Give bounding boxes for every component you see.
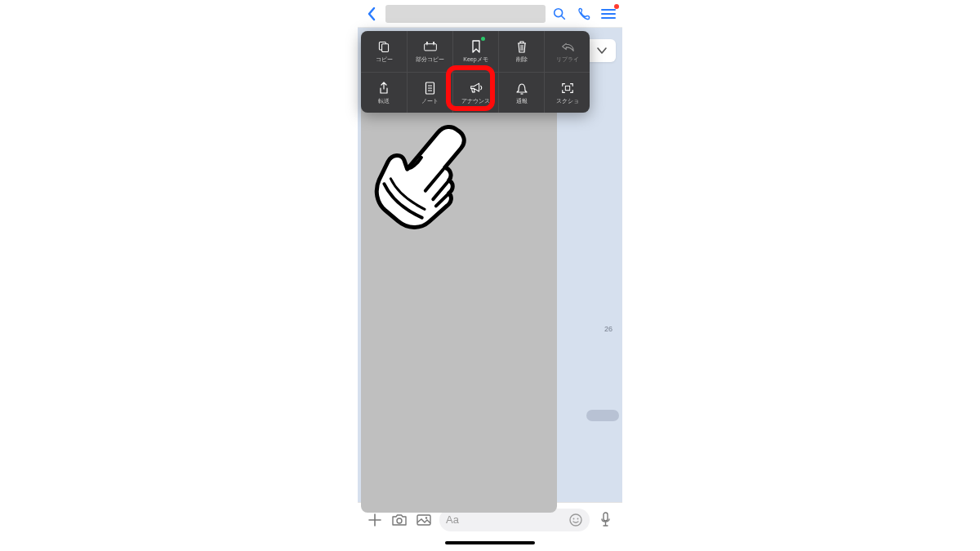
- svg-line-1: [562, 16, 565, 19]
- svg-point-28: [570, 514, 581, 526]
- svg-point-11: [433, 42, 434, 43]
- menu-announce[interactable]: アナウンス: [452, 73, 498, 113]
- menu-row-1: コピー 部分コピー Keepメモ: [361, 31, 590, 72]
- share-icon: [378, 81, 390, 96]
- menu-copy[interactable]: コピー: [361, 31, 407, 72]
- read-indicator-stub: [586, 410, 619, 421]
- camera-icon[interactable]: [390, 511, 408, 529]
- menu-keep-memo-label: Keepメモ: [463, 56, 488, 64]
- menu-partial-copy-label: 部分コピー: [416, 56, 444, 64]
- plus-icon[interactable]: [366, 511, 384, 529]
- chat-body: 26 コピー 部分コピー: [358, 28, 622, 502]
- menu-note-label: ノート: [421, 97, 439, 105]
- menu-note[interactable]: ノート: [407, 73, 452, 113]
- menu-reply-label: リプライ: [556, 56, 579, 64]
- svg-rect-19: [565, 86, 569, 90]
- reply-icon: [560, 39, 575, 54]
- svg-point-0: [555, 8, 563, 16]
- menu-partial-copy[interactable]: 部分コピー: [407, 31, 452, 72]
- svg-point-29: [573, 518, 575, 519]
- megaphone-icon: [469, 81, 483, 96]
- menu-keep-memo[interactable]: Keepメモ: [452, 31, 498, 72]
- menu-delete[interactable]: 削除: [498, 31, 544, 72]
- chat-header: [358, 0, 622, 28]
- svg-point-30: [577, 518, 579, 519]
- message-context-menu: コピー 部分コピー Keepメモ: [361, 31, 590, 113]
- menu-delete-label: 削除: [516, 56, 528, 64]
- keep-badge-dot: [481, 37, 485, 41]
- notification-dot-icon: [614, 4, 619, 9]
- search-icon[interactable]: [550, 5, 568, 23]
- trash-icon: [516, 39, 528, 54]
- svg-point-9: [425, 42, 427, 43]
- pointing-hand-icon: [374, 109, 472, 232]
- bookmark-icon: [471, 39, 481, 54]
- svg-rect-6: [382, 44, 389, 52]
- phone-frame: 26 コピー 部分コピー: [358, 0, 622, 551]
- svg-rect-26: [417, 515, 430, 525]
- svg-rect-7: [424, 44, 436, 51]
- menu-forward[interactable]: 転送: [361, 73, 407, 113]
- svg-point-27: [425, 517, 427, 518]
- screenshot-icon: [561, 81, 574, 96]
- message-timestamp: 26: [604, 325, 612, 333]
- menu-row-2: 転送 ノート アナウンス: [361, 72, 590, 113]
- chevron-down-icon: [596, 47, 608, 55]
- menu-report-label: 通報: [516, 97, 528, 105]
- menu-report[interactable]: 通報: [498, 73, 544, 113]
- alert-icon: [516, 81, 528, 96]
- back-button[interactable]: [363, 7, 381, 21]
- svg-point-25: [397, 518, 402, 523]
- menu-forward-label: 転送: [378, 97, 390, 105]
- hamburger-icon[interactable]: [599, 5, 617, 23]
- menu-screenshot-label: スクショ: [556, 97, 579, 105]
- menu-reply[interactable]: リプライ: [544, 31, 590, 72]
- emoji-icon[interactable]: [568, 513, 583, 527]
- menu-announce-label: アナウンス: [461, 97, 490, 105]
- header-icons: [550, 5, 617, 23]
- phone-icon[interactable]: [575, 5, 593, 23]
- input-placeholder: Aa: [446, 513, 459, 526]
- chat-title-redacted: [385, 5, 546, 23]
- home-indicator: [358, 536, 622, 551]
- svg-rect-31: [604, 513, 608, 521]
- copy-icon: [377, 39, 390, 54]
- menu-copy-label: コピー: [376, 56, 393, 64]
- menu-screenshot[interactable]: スクショ: [544, 73, 590, 113]
- partial-copy-icon: [423, 39, 438, 54]
- mic-icon[interactable]: [596, 511, 614, 529]
- gallery-icon[interactable]: [415, 511, 433, 529]
- note-icon: [425, 81, 435, 96]
